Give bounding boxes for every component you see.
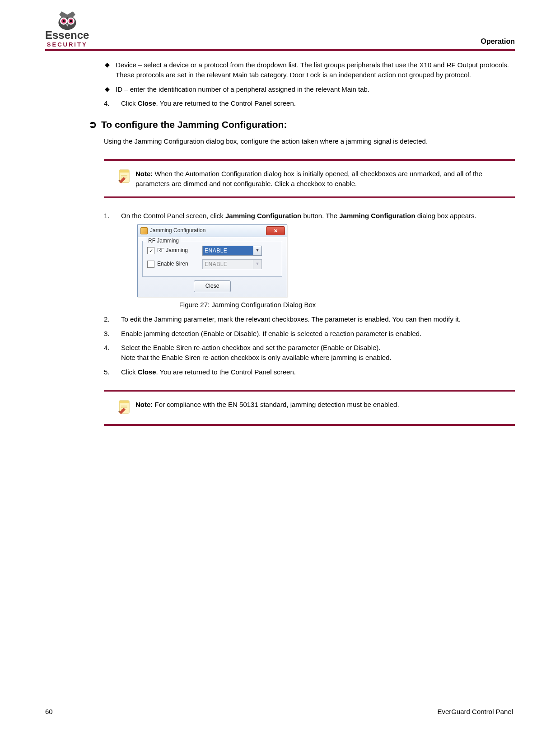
brand-logo: Essence SECURITY bbox=[45, 9, 89, 47]
note-icon bbox=[117, 169, 132, 185]
note-rule-bottom bbox=[104, 196, 515, 198]
svg-point-6 bbox=[70, 20, 71, 22]
note-text: Note: For compliance with the EN 50131 s… bbox=[135, 400, 399, 410]
chevron-down-icon: ▼ bbox=[253, 260, 261, 269]
step-text: To edit the Jamming parameter, mark the … bbox=[121, 315, 461, 323]
step-number: 3. bbox=[104, 329, 117, 339]
procedure-intro: Using the Jamming Configuration dialog b… bbox=[104, 136, 515, 146]
enable-siren-label: Enable Siren bbox=[157, 260, 202, 268]
svg-point-5 bbox=[62, 20, 64, 22]
dialog-title: Jamming Configuration bbox=[150, 227, 205, 234]
close-icon: ✕ bbox=[274, 229, 278, 233]
header-divider bbox=[45, 49, 515, 51]
page-number: 60 bbox=[45, 708, 53, 715]
step-text: Enable jamming detection (Enable or Disa… bbox=[121, 330, 421, 337]
dropdown-value: ENABLE bbox=[203, 260, 253, 269]
dropdown-value: ENABLE bbox=[203, 246, 253, 255]
figure-caption: Figure 27: Jamming Configuration Dialog … bbox=[121, 300, 374, 310]
svg-rect-8 bbox=[119, 170, 129, 173]
bullet-device: Device – select a device or a protocol f… bbox=[116, 60, 515, 80]
rf-jamming-checkbox[interactable]: ✓ bbox=[147, 247, 154, 254]
section-title: Operation bbox=[481, 37, 515, 47]
note-icon bbox=[117, 400, 132, 416]
bullet-list: Device – select a device or a protocol f… bbox=[104, 60, 515, 94]
chevron-down-icon: ▼ bbox=[253, 246, 261, 255]
step-text: Click Close. You are returned to the Con… bbox=[121, 368, 296, 376]
procedure-title: To configure the Jamming Configuration: bbox=[101, 119, 287, 130]
page-footer: 60 EverGuard Control Panel bbox=[45, 708, 513, 715]
svg-rect-13 bbox=[119, 401, 129, 403]
groupbox-legend: RF Jamming bbox=[146, 237, 181, 245]
step-1: 1. On the Control Panel screen, click Ja… bbox=[104, 211, 515, 310]
rf-jamming-dropdown[interactable]: ENABLE ▼ bbox=[202, 246, 262, 256]
note-rule-bottom bbox=[104, 424, 515, 426]
note-block-2: Note: For compliance with the EN 50131 s… bbox=[98, 390, 515, 426]
procedure-heading: ➲ To configure the Jamming Configuration… bbox=[89, 119, 515, 130]
figure-jamming-dialog: Jamming Configuration ✕ RF Jamming ✓ bbox=[137, 224, 515, 297]
logo-subtext: SECURITY bbox=[47, 42, 88, 47]
enable-siren-dropdown: ENABLE ▼ bbox=[202, 259, 262, 269]
prev-step-4: 4. Click Close. You are returned to the … bbox=[104, 98, 515, 108]
row-rf-jamming: ✓ RF Jamming ENABLE ▼ bbox=[147, 246, 277, 256]
step-number: 1. bbox=[104, 211, 117, 221]
doc-title: EverGuard Control Panel bbox=[437, 708, 513, 715]
rf-jamming-label: RF Jamming bbox=[157, 247, 202, 254]
rf-jamming-groupbox: RF Jamming ✓ RF Jamming ENABLE ▼ bbox=[142, 241, 282, 277]
step-number: 2. bbox=[104, 314, 117, 324]
logo-text: Essence bbox=[45, 30, 89, 41]
step-2: 2. To edit the Jamming parameter, mark t… bbox=[104, 314, 515, 324]
step-text: Click Close. You are returned to the Con… bbox=[121, 99, 296, 107]
step-text: On the Control Panel screen, click Jammi… bbox=[121, 212, 476, 219]
jamming-config-dialog: Jamming Configuration ✕ RF Jamming ✓ bbox=[137, 224, 287, 297]
note-block-1: Note: When the Automation Configuration … bbox=[98, 159, 515, 199]
arrow-icon: ➲ bbox=[89, 120, 97, 130]
dialog-close-btn[interactable]: Close bbox=[194, 280, 231, 292]
dialog-titlebar: Jamming Configuration ✕ bbox=[138, 225, 287, 237]
bullet-id: ID – enter the identification number of … bbox=[116, 84, 515, 94]
procedure-steps: 1. On the Control Panel screen, click Ja… bbox=[104, 211, 515, 377]
step-number: 5. bbox=[104, 367, 117, 377]
step-3: 3. Enable jamming detection (Enable or D… bbox=[104, 329, 515, 339]
prev-steps: 4. Click Close. You are returned to the … bbox=[104, 98, 515, 108]
step-4: 4. Select the Enable Siren re-action che… bbox=[104, 343, 515, 363]
dialog-app-icon bbox=[140, 227, 148, 234]
step-5: 5. Click Close. You are returned to the … bbox=[104, 367, 515, 377]
step-text: Select the Enable Siren re-action checkb… bbox=[121, 344, 392, 361]
row-enable-siren: Enable Siren ENABLE ▼ bbox=[147, 259, 277, 269]
dialog-close-button[interactable]: ✕ bbox=[266, 226, 285, 235]
enable-siren-checkbox[interactable] bbox=[147, 261, 154, 268]
owl-icon bbox=[55, 9, 79, 31]
note-text: Note: When the Automation Configuration … bbox=[135, 169, 511, 189]
step-number: 4. bbox=[104, 343, 117, 353]
step-number: 4. bbox=[104, 98, 117, 108]
